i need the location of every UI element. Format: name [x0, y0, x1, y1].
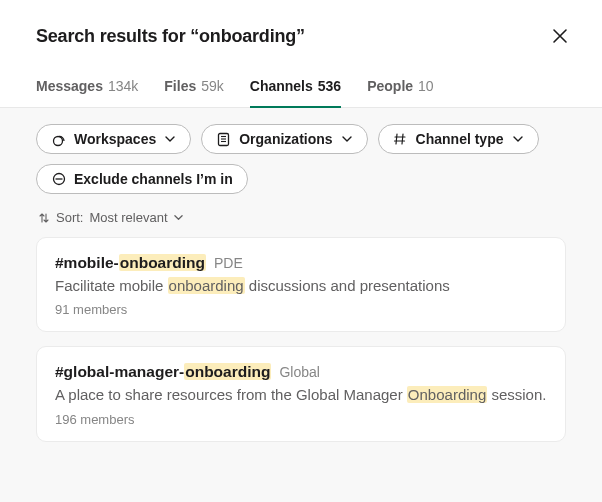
- channel-name: #global-manager-onboarding: [55, 363, 271, 381]
- header: Search results for “onboarding”: [0, 0, 602, 68]
- tab-label: People: [367, 78, 413, 94]
- filter-exclude-mine[interactable]: Exclude channels I’m in: [36, 164, 248, 194]
- workspace-tag: PDE: [214, 255, 243, 271]
- filter-label: Organizations: [239, 131, 332, 147]
- chevron-down-icon: [174, 213, 184, 223]
- result-title-row: #global-manager-onboarding Global: [55, 363, 547, 381]
- chevron-down-icon: [164, 133, 176, 145]
- sort-icon: [38, 212, 50, 224]
- sort-prefix: Sort:: [56, 210, 83, 225]
- exclude-icon: [51, 172, 66, 187]
- tab-count: 10: [418, 78, 434, 94]
- highlight: onboarding: [184, 363, 271, 380]
- result-card[interactable]: #global-manager-onboarding Global A plac…: [36, 346, 566, 441]
- filter-label: Exclude channels I’m in: [74, 171, 233, 187]
- filter-row: Workspaces Organizations Channel type: [36, 124, 566, 194]
- tab-channels[interactable]: Channels 536: [250, 68, 341, 108]
- filter-organizations[interactable]: Organizations: [201, 124, 367, 154]
- workspace-tag: Global: [279, 364, 319, 380]
- result-title-row: #mobile-onboarding PDE: [55, 254, 547, 272]
- tabs: Messages 134k Files 59k Channels 536 Peo…: [0, 68, 602, 108]
- workspace-icon: [51, 132, 66, 147]
- highlight: Onboarding: [407, 386, 487, 403]
- tab-label: Channels: [250, 78, 313, 94]
- member-count: 91 members: [55, 302, 547, 317]
- tab-label: Files: [164, 78, 196, 94]
- sort-value: Most relevant: [89, 210, 167, 225]
- tab-files[interactable]: Files 59k: [164, 68, 223, 108]
- svg-point-0: [54, 136, 63, 145]
- channel-name: #mobile-onboarding: [55, 254, 206, 272]
- channel-icon: [393, 132, 408, 147]
- tab-label: Messages: [36, 78, 103, 94]
- results-body: Workspaces Organizations Channel type: [0, 108, 602, 502]
- sort-control[interactable]: Sort: Most relevant: [38, 210, 566, 225]
- tab-messages[interactable]: Messages 134k: [36, 68, 138, 108]
- channel-description: A place to share resources from the Glob…: [55, 385, 547, 405]
- filter-label: Workspaces: [74, 131, 156, 147]
- result-card[interactable]: #mobile-onboarding PDE Facilitate mobile…: [36, 237, 566, 332]
- filter-workspaces[interactable]: Workspaces: [36, 124, 191, 154]
- channel-description: Facilitate mobile onboarding discussions…: [55, 276, 547, 296]
- close-button[interactable]: [546, 22, 574, 50]
- filter-label: Channel type: [416, 131, 504, 147]
- tab-people[interactable]: People 10: [367, 68, 433, 108]
- tab-count: 134k: [108, 78, 138, 94]
- filter-channel-type[interactable]: Channel type: [378, 124, 539, 154]
- chevron-down-icon: [341, 133, 353, 145]
- highlight: onboarding: [119, 254, 206, 271]
- search-results-panel: Search results for “onboarding” Messages…: [0, 0, 602, 502]
- organization-icon: [216, 132, 231, 147]
- chevron-down-icon: [512, 133, 524, 145]
- member-count: 196 members: [55, 412, 547, 427]
- highlight: onboarding: [168, 277, 245, 294]
- page-title: Search results for “onboarding”: [36, 26, 305, 47]
- close-icon: [551, 27, 569, 45]
- tab-count: 536: [318, 78, 341, 94]
- tab-count: 59k: [201, 78, 224, 94]
